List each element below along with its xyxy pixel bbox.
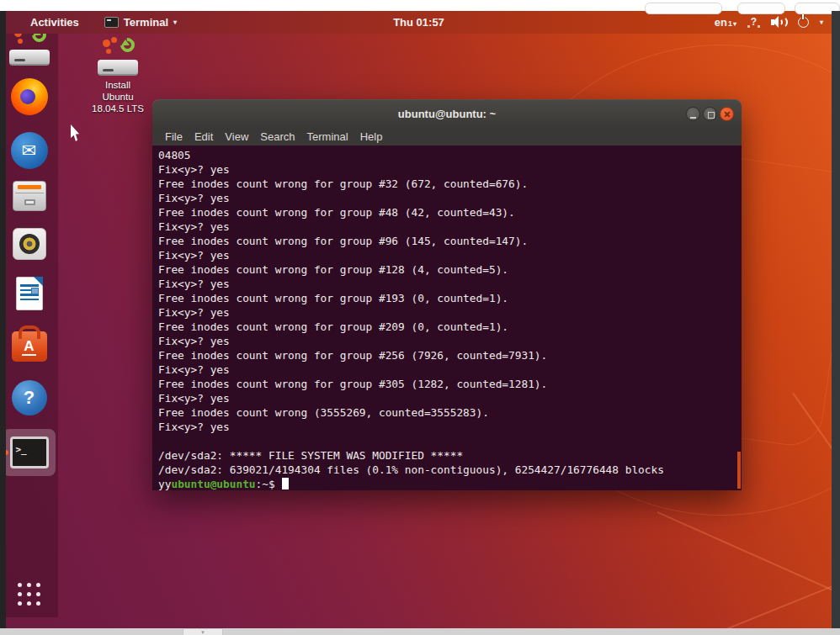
ubuntu-software-icon: A (12, 331, 47, 362)
terminal-line: Free inodes count wrong (3555269, counte… (158, 405, 742, 420)
dock-item-firefox[interactable] (0, 78, 58, 115)
libreoffice-writer-icon (16, 277, 43, 310)
prompt-typed-text: yy (158, 478, 171, 490)
wallpaper-line-decoration (657, 511, 832, 622)
terminal-line (158, 434, 742, 448)
software-letter-glyph: A (22, 338, 35, 356)
firefox-icon (11, 78, 48, 115)
volume-wave (775, 16, 788, 29)
app-menu-label: Terminal (124, 16, 168, 29)
keyboard-layout-index: 1 (728, 19, 732, 28)
install-ubuntu-icon (98, 37, 138, 76)
close-button[interactable] (720, 107, 734, 121)
prompt-glyph: >_ (16, 444, 27, 455)
terminal-line: Free inodes count wrong for group #193 (… (158, 291, 742, 305)
menu-file[interactable]: File (159, 129, 189, 145)
keyboard-layout-label: en (715, 16, 727, 29)
menu-terminal[interactable]: Terminal (301, 129, 354, 145)
dock-item-rhythmbox[interactable] (0, 228, 58, 260)
envelope-glyph: ✉ (22, 140, 37, 161)
dock-item-libreoffice-writer[interactable] (0, 277, 58, 310)
dock-item-files[interactable] (0, 181, 58, 211)
terminal-line: Fix<y>? yes (158, 362, 742, 377)
host-browser-button[interactable] (737, 3, 785, 14)
keyboard-layout-indicator[interactable]: en 1 ▾ (715, 16, 736, 29)
menu-help[interactable]: Help (354, 129, 389, 145)
dock-item-terminal[interactable]: >_ (0, 437, 58, 468)
menu-edit[interactable]: Edit (189, 129, 219, 145)
show-applications-button[interactable] (0, 583, 58, 606)
terminal-line: Fix<y>? yes (158, 391, 742, 405)
network-dash (758, 25, 760, 28)
dock: ✉ A ? >_ (0, 23, 58, 617)
chevron-down-icon[interactable]: ▾ (820, 19, 823, 26)
terminal-line: Fix<y>? yes (158, 334, 742, 348)
terminal-cursor (282, 478, 289, 489)
power-icon[interactable] (798, 17, 809, 28)
terminal-scrollbar-thumb[interactable] (737, 452, 741, 489)
dock-item-thunderbird[interactable]: ✉ (0, 132, 58, 169)
host-browser-button[interactable] (645, 3, 722, 14)
terminal-line: Free inodes count wrong for group #209 (… (158, 320, 742, 334)
menu-search[interactable]: Search (254, 129, 300, 145)
chevron-down-icon: ▾ (173, 19, 177, 26)
terminal-mini-icon (104, 17, 119, 28)
activities-button[interactable]: Activities (25, 14, 84, 30)
window-title: ubuntu@ubuntu: ~ (398, 108, 496, 120)
terminal-line: Fix<y>? yes (158, 162, 742, 177)
screen: Activities Terminal ▾ Thu 01:57 en 1 ▾ ? (0, 0, 840, 635)
terminal-window: ubuntu@ubuntu: ~ File Edit View Search T… (152, 99, 742, 490)
volume-icon[interactable] (771, 16, 787, 29)
terminal-icon: >_ (10, 437, 49, 468)
menu-bar: File Edit View Search Terminal Help (152, 127, 742, 146)
host-browser-top-strip (0, 0, 840, 11)
wallpaper-line-decoration (680, 553, 832, 628)
window-buttons (686, 107, 734, 121)
system-status-area[interactable]: en 1 ▾ ? ▾ (715, 16, 823, 29)
dock-item-ubuntu-software[interactable]: A (0, 331, 58, 362)
terminal-line: Fix<y>? yes (158, 277, 742, 291)
terminal-line: Fix<y>? yes (158, 248, 742, 262)
network-unknown-icon[interactable]: ? (747, 16, 760, 29)
terminal-line: Free inodes count wrong for group #128 (… (158, 262, 742, 277)
terminal-prompt-line: yyubuntu@ubuntu:~$ (158, 477, 742, 490)
thunderbird-icon: ✉ (11, 132, 48, 169)
host-bottom-strip (0, 628, 840, 635)
terminal-line: Free inodes count wrong for group #32 (6… (158, 177, 742, 191)
terminal-line: Free inodes count wrong for group #305 (… (158, 377, 742, 391)
prompt-dollar: $ (268, 478, 275, 490)
chevron-down-icon: ▾ (733, 21, 736, 28)
prompt-user-host: ubuntu@ubuntu (171, 478, 255, 490)
help-icon: ? (12, 380, 47, 415)
host-scrollbar-strip[interactable] (832, 11, 840, 628)
dock-item-help[interactable]: ? (0, 380, 58, 415)
minimize-button[interactable] (686, 107, 700, 121)
terminal-line: /dev/sda2: 639021/4194304 files (0.1% no… (158, 463, 742, 477)
terminal-line: Free inodes count wrong for group #96 (1… (158, 234, 742, 248)
terminal-line: /dev/sda2: ***** FILE SYSTEM WAS MODIFIE… (158, 448, 742, 463)
terminal-line: Fix<y>? yes (158, 420, 742, 434)
terminal-output-area[interactable]: 04805 Fix<y>? yes Free inodes count wron… (152, 146, 742, 490)
files-icon (13, 181, 46, 211)
top-bar: Activities Terminal ▾ Thu 01:57 en 1 ▾ ? (6, 11, 832, 34)
window-titlebar[interactable]: ubuntu@ubuntu: ~ (152, 99, 742, 127)
network-dash (747, 25, 750, 28)
show-applications-icon (18, 583, 40, 606)
question-glyph: ? (24, 387, 35, 409)
desktop-icon-install-ubuntu[interactable]: Install Ubuntu 18.04.5 LTS (88, 37, 147, 114)
menu-view[interactable]: View (219, 129, 254, 145)
terminal-line: Free inodes count wrong for group #48 (4… (158, 205, 742, 220)
terminal-line: Fix<y>? yes (158, 191, 742, 205)
terminal-line: Fix<y>? yes (158, 220, 742, 234)
app-menu-button[interactable]: Terminal ▾ (104, 16, 177, 29)
rhythmbox-icon (13, 228, 46, 260)
host-left-strip (0, 11, 6, 628)
desktop-icon-label: Install Ubuntu 18.04.5 LTS (88, 79, 147, 114)
maximize-button[interactable] (703, 107, 717, 121)
control-bar-handle[interactable]: ▾ (183, 628, 223, 635)
terminal-line: Fix<y>? yes (158, 305, 742, 320)
terminal-line: Free inodes count wrong for group #256 (… (158, 348, 742, 362)
terminal-line: 04805 (158, 148, 742, 162)
prompt-path: ~ (262, 478, 268, 490)
network-question-glyph: ? (751, 16, 757, 28)
